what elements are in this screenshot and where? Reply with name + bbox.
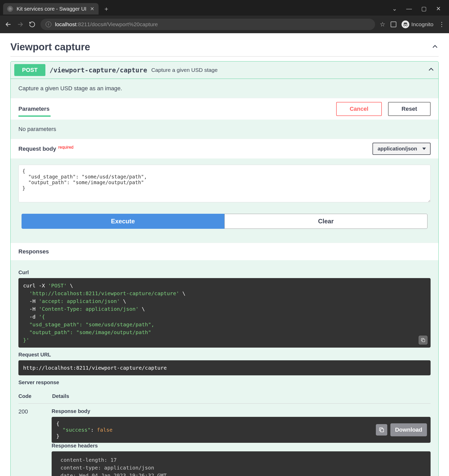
page-content: Viewport capture POST /viewport-capture/… — [0, 33, 449, 476]
svg-point-1 — [406, 24, 407, 26]
response-headers-codeblock[interactable]: content-length: 17 content-type: applica… — [52, 451, 431, 476]
close-window-icon[interactable]: ✕ — [436, 5, 441, 12]
download-button[interactable]: Download — [390, 423, 427, 436]
parameters-heading: Parameters — [18, 106, 50, 112]
incognito-badge[interactable]: Incognito — [402, 20, 433, 28]
bookmark-icon[interactable]: ☆ — [380, 21, 385, 28]
cancel-button[interactable]: Cancel — [336, 102, 382, 116]
back-button[interactable] — [5, 21, 12, 28]
collapse-tag-icon[interactable] — [431, 43, 439, 51]
tab-bar: ⦿ Kit services core - Swagger UI ✕ ＋ ⌄ —… — [0, 0, 449, 16]
responses-detail: Curl curl -X 'POST' \ 'http://localhost:… — [11, 260, 438, 476]
copy-curl-icon[interactable] — [419, 336, 427, 344]
code-header: Code — [18, 393, 31, 399]
svg-rect-3 — [381, 429, 384, 432]
request-body-box — [11, 158, 438, 203]
responses-heading: Responses — [18, 248, 431, 255]
browser-tab[interactable]: ⦿ Kit services core - Swagger UI ✕ — [3, 3, 99, 15]
panel-icon[interactable] — [391, 22, 396, 27]
method-badge: POST — [14, 64, 45, 76]
browser-chrome: ⦿ Kit services core - Swagger UI ✕ ＋ ⌄ —… — [0, 0, 449, 33]
no-parameters-text: No parameters — [11, 120, 438, 139]
response-body-codeblock[interactable]: { "success": false }Download — [52, 417, 431, 443]
menu-icon[interactable]: ⋮ — [439, 21, 444, 28]
clear-button[interactable]: Clear — [224, 214, 428, 229]
svg-point-0 — [404, 24, 405, 26]
server-response-label: Server response — [18, 380, 431, 385]
response-details: Response body { "success": false }Downlo… — [52, 408, 431, 476]
tab-title: Kit services core - Swagger UI — [17, 6, 86, 12]
nav-bar: i localhost:8211/docs#/Viewport%20captur… — [0, 16, 449, 33]
op-description: Capture a given USD stage as an image. — [11, 79, 438, 98]
execute-button[interactable]: Execute — [22, 214, 224, 229]
response-body-label: Response body — [52, 408, 431, 414]
svg-rect-2 — [422, 339, 425, 342]
favicon-icon: ⦿ — [7, 6, 13, 12]
toolbar-right: ☆ Incognito ⋮ — [380, 20, 444, 28]
tag-header[interactable]: Viewport capture — [10, 38, 439, 57]
execute-row: Execute Clear — [11, 203, 438, 235]
response-code: 200 — [18, 408, 39, 476]
incognito-icon — [402, 20, 409, 28]
opblock-post: POST /viewport-capture/capture Capture a… — [10, 61, 439, 476]
responses-bar: Responses — [11, 243, 438, 260]
request-body-textarea[interactable] — [18, 165, 431, 202]
required-label: required — [58, 145, 73, 150]
reload-button[interactable] — [29, 21, 36, 28]
url-text: localhost:8211/docs#/Viewport%20capture — [55, 21, 158, 27]
curl-codeblock[interactable]: curl -X 'POST' \ 'http://localhost:8211/… — [18, 278, 431, 348]
copy-response-icon[interactable] — [376, 424, 387, 436]
close-tab-icon[interactable]: ✕ — [90, 6, 94, 12]
details-header: Details — [52, 393, 69, 399]
maximize-icon[interactable]: ▢ — [421, 5, 427, 12]
new-tab-button[interactable]: ＋ — [103, 5, 109, 13]
request-url-codeblock[interactable]: http://localhost:8211/viewport-capture/c… — [18, 360, 431, 375]
minimize-icon[interactable]: — — [406, 5, 412, 12]
site-info-icon[interactable]: i — [46, 22, 51, 27]
window-controls: ⌄ — ▢ ✕ — [392, 5, 446, 12]
request-body-heading: Request body — [18, 146, 56, 152]
content-type-select[interactable]: application/json — [372, 143, 431, 155]
request-url-label: Request URL — [18, 352, 431, 358]
response-table-head: Code Details — [18, 390, 431, 404]
forward-button[interactable] — [17, 21, 24, 28]
chevron-down-icon[interactable]: ⌄ — [392, 5, 397, 12]
opblock-summary[interactable]: POST /viewport-capture/capture Capture a… — [11, 61, 438, 79]
response-row: 200 Response body { "success": false }Do… — [18, 404, 431, 476]
curl-label: Curl — [18, 270, 431, 275]
url-bar[interactable]: i localhost:8211/docs#/Viewport%20captur… — [40, 19, 375, 30]
tag-title: Viewport capture — [10, 42, 90, 53]
collapse-op-icon[interactable] — [427, 66, 435, 74]
reset-button[interactable]: Reset — [388, 102, 431, 116]
op-path: /viewport-capture/capture — [50, 66, 147, 74]
parameters-bar: Parameters Cancel Reset — [11, 98, 438, 120]
response-headers-label: Response headers — [52, 443, 431, 449]
request-body-bar: Request body required application/json — [11, 139, 438, 158]
op-summary: Capture a given USD stage — [151, 67, 218, 73]
